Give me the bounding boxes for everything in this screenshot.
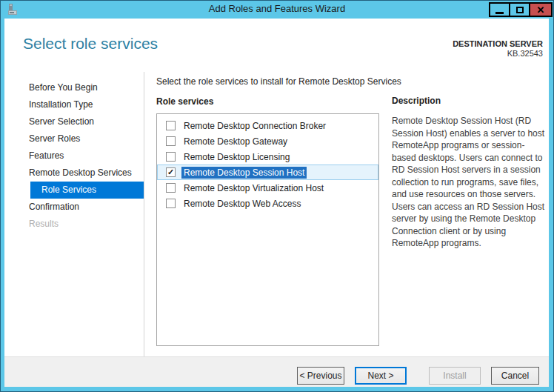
previous-button[interactable]: < Previous (297, 367, 344, 385)
checkbox[interactable] (166, 136, 176, 146)
destination-server-value: KB.32543 (453, 49, 543, 58)
maximize-icon (516, 7, 524, 13)
titlebar[interactable]: Add Roles and Features Wizard ✕ (1, 1, 553, 19)
role-service-row-connection-broker[interactable]: Remote Desktop Connection Broker (157, 118, 378, 133)
checkbox[interactable] (166, 121, 176, 130)
checkbox[interactable] (166, 152, 176, 162)
role-service-row-virtualization-host[interactable]: Remote Desktop Virtualization Host (157, 180, 378, 196)
role-service-label: Remote Desktop Session Host (181, 167, 307, 179)
checkbox[interactable] (166, 183, 176, 193)
minimize-icon (495, 12, 504, 14)
page-title: Select role services (23, 35, 158, 53)
role-service-label: Remote Desktop Web Access (181, 198, 304, 210)
sidebar-item-results: Results (4, 216, 144, 233)
wizard-steps-sidebar: Before You Begin Installation Type Serve… (4, 72, 144, 356)
window-title: Add Roles and Features Wizard (1, 3, 553, 14)
checkbox[interactable] (166, 199, 176, 208)
role-service-label: Remote Desktop Licensing (181, 151, 292, 163)
description-panel: Description Remote Desktop Session Host … (392, 96, 545, 250)
sidebar-item-features[interactable]: Features (4, 147, 144, 165)
destination-server-label: DESTINATION SERVER (453, 39, 543, 48)
role-service-label: Remote Desktop Virtualization Host (181, 182, 326, 194)
close-button[interactable]: ✕ (529, 2, 553, 17)
role-service-row-web-access[interactable]: Remote Desktop Web Access (157, 196, 378, 211)
maximize-button[interactable] (509, 2, 530, 17)
minimize-button[interactable] (489, 2, 510, 17)
sidebar-item-installation-type[interactable]: Installation Type (4, 96, 144, 113)
next-button[interactable]: Next > (355, 367, 407, 385)
description-body: Remote Desktop Session Host (RD Session … (392, 115, 545, 250)
instruction-text: Select the role services to install for … (156, 76, 401, 87)
description-title: Description (392, 96, 545, 106)
close-icon: ✕ (537, 5, 545, 15)
role-service-row-session-host[interactable]: ✓ Remote Desktop Session Host (157, 165, 378, 180)
role-services-list-label: Role services (156, 96, 213, 107)
client-area: Select role services DESTINATION SERVER … (4, 19, 549, 387)
role-service-row-licensing[interactable]: Remote Desktop Licensing (157, 149, 378, 165)
role-service-label: Remote Desktop Gateway (181, 136, 290, 147)
sidebar-item-server-selection[interactable]: Server Selection (4, 113, 144, 130)
sidebar-item-remote-desktop-services[interactable]: Remote Desktop Services (4, 165, 144, 182)
destination-server-block: DESTINATION SERVER KB.32543 (453, 39, 543, 58)
role-service-row-gateway[interactable]: Remote Desktop Gateway (157, 133, 378, 149)
sidebar-item-confirmation[interactable]: Confirmation (4, 199, 144, 216)
role-services-listbox[interactable]: Remote Desktop Connection Broker Remote … (156, 113, 379, 346)
sidebar-item-role-services[interactable]: Role Services (30, 182, 144, 199)
install-button: Install (429, 367, 481, 385)
checkbox-checked[interactable]: ✓ (166, 167, 176, 177)
checkmark-icon: ✓ (167, 168, 174, 176)
sidebar-item-before-you-begin[interactable]: Before You Begin (4, 79, 144, 96)
sidebar-item-server-roles[interactable]: Server Roles (4, 130, 144, 147)
wizard-window: Add Roles and Features Wizard ✕ Select r… (0, 0, 554, 392)
role-service-label: Remote Desktop Connection Broker (181, 120, 328, 132)
footer-bar: < Previous Next > Install Cancel (4, 356, 549, 387)
cancel-button[interactable]: Cancel (491, 367, 539, 385)
